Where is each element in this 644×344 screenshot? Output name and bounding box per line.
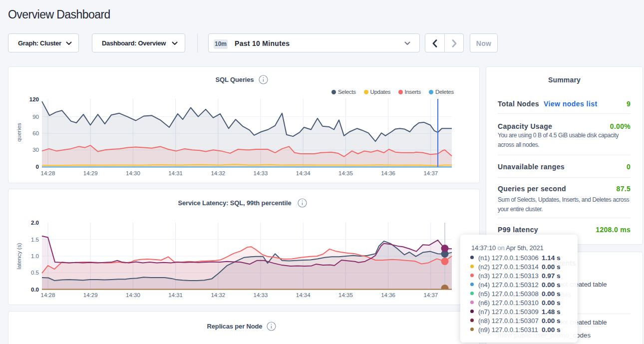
svg-text:14:37: 14:37 bbox=[423, 170, 438, 176]
svg-text:14:33: 14:33 bbox=[254, 170, 268, 176]
svg-text:1.0: 1.0 bbox=[31, 253, 39, 259]
svg-text:14:28: 14:28 bbox=[41, 292, 55, 298]
svg-text:queries: queries bbox=[16, 123, 22, 142]
svg-text:14:30: 14:30 bbox=[126, 170, 140, 176]
svg-text:14:31: 14:31 bbox=[168, 170, 183, 176]
svg-text:14:36: 14:36 bbox=[381, 292, 395, 298]
svg-text:14:35: 14:35 bbox=[338, 170, 353, 176]
svg-text:1.5: 1.5 bbox=[31, 237, 39, 243]
svg-text:30: 30 bbox=[32, 147, 39, 153]
svg-text:0: 0 bbox=[36, 164, 39, 170]
svg-text:14:28: 14:28 bbox=[41, 170, 55, 176]
svg-text:14:33: 14:33 bbox=[254, 292, 268, 298]
svg-text:14:34: 14:34 bbox=[296, 292, 311, 298]
svg-text:14:29: 14:29 bbox=[83, 170, 98, 176]
svg-text:0.0: 0.0 bbox=[31, 287, 39, 293]
svg-text:latency (s): latency (s) bbox=[16, 243, 22, 269]
svg-text:2.0: 2.0 bbox=[31, 220, 39, 226]
svg-text:14:37: 14:37 bbox=[423, 292, 438, 298]
svg-text:60: 60 bbox=[32, 130, 39, 136]
svg-text:14:31: 14:31 bbox=[168, 292, 183, 298]
svg-text:0.5: 0.5 bbox=[31, 270, 39, 276]
svg-text:14:35: 14:35 bbox=[338, 292, 353, 298]
svg-text:14:30: 14:30 bbox=[126, 292, 140, 298]
svg-text:14:36: 14:36 bbox=[381, 170, 395, 176]
svg-text:90: 90 bbox=[32, 114, 39, 120]
svg-text:14:32: 14:32 bbox=[211, 170, 225, 176]
svg-text:14:29: 14:29 bbox=[83, 292, 98, 298]
svg-text:14:34: 14:34 bbox=[296, 170, 311, 176]
svg-text:120: 120 bbox=[29, 96, 39, 102]
svg-text:14:32: 14:32 bbox=[211, 292, 225, 298]
